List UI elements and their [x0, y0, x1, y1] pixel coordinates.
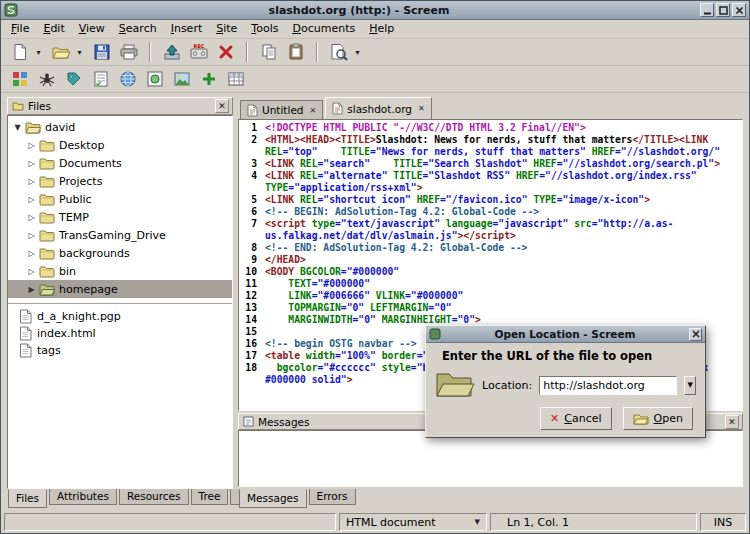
stop-button[interactable]	[212, 40, 239, 64]
tree-item-label: TransGaming_Drive	[59, 229, 166, 242]
main-area: Files ✕ ▼david▷Desktop▷Documents▷Project…	[1, 93, 749, 511]
tab-page-icon	[332, 102, 343, 115]
menu-view[interactable]: View	[72, 20, 112, 38]
tab-close-icon[interactable]: ✕	[418, 104, 425, 113]
expander-icon[interactable]: ▷	[25, 249, 38, 258]
expander-icon[interactable]: ▷	[25, 141, 38, 150]
tree-item-bin[interactable]: ▷bin	[8, 262, 232, 280]
sidebar-tab-files[interactable]: Files	[8, 489, 47, 508]
code-line-text: <LINK REL="alternate" TITLE="Slashdot RS…	[265, 170, 739, 194]
link-view-button[interactable]	[33, 67, 60, 91]
tab-close-icon[interactable]: ✕	[310, 106, 317, 115]
expander-icon[interactable]: ▷	[25, 213, 38, 222]
expander-icon[interactable]: ▷	[25, 231, 38, 240]
folder-icon	[39, 211, 55, 224]
expander-icon[interactable]: ▶	[25, 285, 38, 294]
tree-separator	[8, 303, 232, 304]
tree-item-david[interactable]: ▼david	[8, 118, 232, 136]
preview-button[interactable]	[325, 40, 352, 64]
sidebar-tab-resources[interactable]: Resources	[119, 489, 189, 505]
tree-item-public[interactable]: ▷Public	[8, 190, 232, 208]
tree-item-documents[interactable]: ▷Documents	[8, 154, 232, 172]
maximize-button[interactable]	[716, 3, 730, 17]
files-panel-header[interactable]: Files ✕	[7, 97, 233, 115]
file-item-tags[interactable]: tags	[8, 342, 232, 359]
dialog-close-button[interactable]	[689, 328, 702, 341]
external-browser-button[interactable]	[114, 67, 141, 91]
code-line-text: </HEAD>	[265, 254, 739, 266]
menu-site[interactable]: Site	[209, 20, 244, 38]
paste-button[interactable]	[282, 40, 309, 64]
dialog-titlebar[interactable]: Open Location - Screem	[426, 326, 705, 343]
line-number: 18	[239, 362, 265, 374]
bookmark-tag-icon	[65, 70, 83, 88]
insert-object-button[interactable]	[141, 67, 168, 91]
object-insert-icon	[146, 70, 164, 88]
tab-label: Tree	[199, 490, 221, 502]
sidebar-tab-attributes[interactable]: Attributes	[49, 489, 117, 505]
insert-image-button[interactable]	[168, 67, 195, 91]
dialog-heading: Enter the URL of the file to open	[442, 349, 696, 363]
tree-item-homepage[interactable]: ▶homepage	[8, 280, 232, 298]
bookmarks-button[interactable]	[60, 67, 87, 91]
upload-site-button[interactable]	[158, 40, 185, 64]
new-document-dropdown-button[interactable]: ▾	[33, 40, 44, 64]
menu-help[interactable]: Help	[362, 20, 401, 38]
tab-label: Resources	[127, 490, 181, 502]
expander-icon[interactable]: ▷	[25, 267, 38, 276]
insert-table-button[interactable]	[222, 67, 249, 91]
preview-dropdown-button[interactable]: ▾	[352, 40, 363, 64]
files-panel-icon	[12, 101, 24, 111]
sidebar-tab-tree[interactable]: Tree	[191, 489, 229, 505]
toolbar-separator	[316, 42, 318, 62]
close-button[interactable]	[732, 3, 746, 17]
add-button[interactable]	[195, 67, 222, 91]
print-button[interactable]	[115, 40, 142, 64]
open-dropdown-button[interactable]: ▾	[74, 40, 85, 64]
location-dropdown-button[interactable]: ▼	[684, 376, 696, 395]
window-titlebar[interactable]: slashdot.org (http:) - Screem	[1, 1, 749, 20]
file-item-d-a-knight-pgp[interactable]: d_a_knight.pgp	[8, 308, 232, 325]
minimize-button[interactable]	[700, 3, 714, 17]
expander-icon[interactable]: ▼	[11, 123, 24, 132]
expander-icon[interactable]: ▷	[25, 195, 38, 204]
messages-panel-close-button[interactable]: ✕	[725, 415, 739, 429]
site-settings-button[interactable]	[6, 67, 33, 91]
document-tab-slashdot-org[interactable]: slashdot.org✕	[325, 97, 431, 119]
record-macro-button[interactable]: REC	[185, 40, 212, 64]
file-item-label: index.html	[37, 327, 96, 340]
code-line-text: TEXT="#000000"	[265, 278, 739, 290]
menu-search[interactable]: Search	[112, 20, 164, 38]
open-button[interactable]	[47, 40, 74, 64]
tree-item-backgrounds[interactable]: ▷backgrounds	[8, 244, 232, 262]
menu-documents[interactable]: Documents	[285, 20, 362, 38]
tree-item-temp[interactable]: ▷TEMP	[8, 208, 232, 226]
new-document-button[interactable]	[6, 40, 33, 64]
menu-file[interactable]: File	[4, 20, 36, 38]
copy-button[interactable]	[255, 40, 282, 64]
line-number: 17	[239, 350, 265, 362]
messages-tab-messages[interactable]: Messages	[239, 489, 307, 508]
menu-tools[interactable]: Tools	[244, 20, 285, 38]
tree-item-projects[interactable]: ▷Projects	[8, 172, 232, 190]
code-line-text: <!-- END: AdSolution-Tag 4.2: Global-Cod…	[265, 242, 739, 254]
files-panel-close-button[interactable]: ✕	[215, 99, 229, 113]
tree-item-transgaming-drive[interactable]: ▷TransGaming_Drive	[8, 226, 232, 244]
menu-edit[interactable]: Edit	[36, 20, 71, 38]
line-number: 1	[239, 122, 265, 134]
doctype-combo[interactable]: HTML document ▼	[339, 513, 487, 531]
messages-tab-errors[interactable]: Errors	[309, 489, 356, 505]
file-item-index-html[interactable]: index.html	[8, 325, 232, 342]
location-input[interactable]	[539, 376, 677, 395]
expander-icon[interactable]: ▷	[25, 177, 38, 186]
toolbar-site	[1, 66, 749, 93]
expander-icon[interactable]: ▷	[25, 159, 38, 168]
document-tab-untitled[interactable]: Untitled✕	[240, 100, 323, 119]
todo-list-button[interactable]	[87, 67, 114, 91]
menu-insert[interactable]: Insert	[164, 20, 210, 38]
save-button[interactable]	[88, 40, 115, 64]
tree-item-desktop[interactable]: ▷Desktop	[8, 136, 232, 154]
cancel-button[interactable]: ✕ Cancel	[540, 407, 612, 430]
open-button[interactable]: Open	[623, 407, 693, 430]
code-line-text: <!-- BEGIN: AdSolution-Tag 4.2: Global-C…	[265, 206, 739, 218]
